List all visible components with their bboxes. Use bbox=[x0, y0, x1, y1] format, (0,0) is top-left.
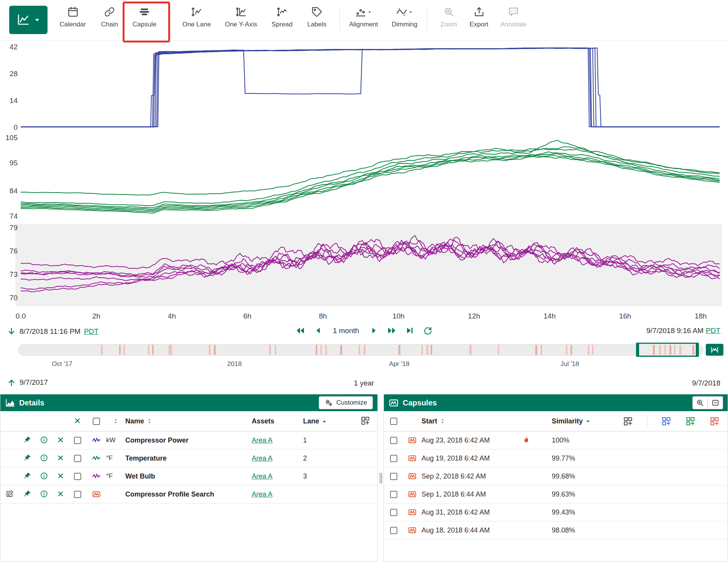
remove-button[interactable] bbox=[56, 436, 65, 445]
asset-link[interactable]: Area A bbox=[252, 490, 272, 498]
info-button[interactable] bbox=[40, 490, 48, 499]
toolbar-chain-button[interactable]: Chain bbox=[101, 6, 118, 28]
timeline-selection-window[interactable] bbox=[638, 343, 697, 357]
asset-link[interactable]: Area A bbox=[252, 436, 272, 444]
pin-button[interactable] bbox=[23, 472, 31, 481]
capsule-stripe bbox=[320, 345, 322, 355]
trend-chart[interactable]: 4228140105958474797673700.02h4h6h8h10h12… bbox=[0, 41, 728, 324]
toolbar-calendar-button[interactable]: Calendar bbox=[60, 6, 86, 28]
toolbar-dimming-button[interactable]: Dimming bbox=[392, 6, 417, 28]
svg-text:2h: 2h bbox=[92, 312, 100, 320]
capsule-stripe bbox=[123, 345, 125, 355]
capsule-checkbox[interactable] bbox=[390, 473, 397, 480]
assets-column-header[interactable]: Assets bbox=[252, 417, 298, 425]
timezone-link-end[interactable]: PDT bbox=[706, 327, 720, 335]
one-lane-icon bbox=[191, 6, 202, 18]
refresh-button[interactable] bbox=[422, 325, 433, 336]
duration-label[interactable]: 1 month bbox=[333, 327, 359, 335]
row-checkbox[interactable] bbox=[74, 491, 81, 498]
add-column-blue-icon[interactable] bbox=[661, 416, 672, 426]
edit-button[interactable] bbox=[5, 490, 14, 499]
pin-button[interactable] bbox=[23, 436, 31, 445]
capsule-row: Aug 31, 2018 6:42 AM99.43% bbox=[384, 503, 728, 521]
info-button[interactable] bbox=[40, 454, 48, 463]
toolbar-labels-button[interactable]: Labels bbox=[307, 6, 326, 28]
name-column-header[interactable]: Name bbox=[125, 417, 252, 425]
trend-chart-svg[interactable]: 4228140105958474797673700.02h4h6h8h10h12… bbox=[0, 41, 728, 324]
remove-all-button[interactable] bbox=[73, 417, 82, 426]
lane-number: 1 bbox=[303, 436, 307, 444]
remove-button[interactable] bbox=[56, 454, 65, 463]
row-checkbox[interactable] bbox=[74, 437, 81, 444]
series-temperature bbox=[21, 155, 720, 212]
capsule-checkbox[interactable] bbox=[390, 509, 397, 516]
svg-text:6h: 6h bbox=[243, 312, 251, 320]
step-to-end-button[interactable] bbox=[404, 325, 415, 336]
close-icon bbox=[56, 472, 65, 480]
step-forward-button[interactable] bbox=[368, 325, 379, 336]
pin-icon bbox=[23, 436, 31, 444]
collapse-panel-button[interactable] bbox=[708, 396, 723, 409]
sort-icon[interactable] bbox=[112, 418, 119, 425]
svg-text:10h: 10h bbox=[392, 312, 405, 320]
step-back-button[interactable] bbox=[313, 325, 324, 336]
select-all-capsules-checkbox[interactable] bbox=[390, 418, 397, 425]
capsule-checkbox[interactable] bbox=[390, 491, 397, 498]
toolbar-export-button[interactable]: Export bbox=[469, 6, 488, 28]
lane-number: 2 bbox=[303, 454, 307, 462]
add-column-green-icon[interactable] bbox=[685, 416, 696, 426]
panel-splitter[interactable] bbox=[378, 394, 384, 562]
worksheet-view-dropdown[interactable] bbox=[9, 6, 48, 34]
capsule-time-button[interactable] bbox=[706, 344, 723, 356]
info-button[interactable] bbox=[40, 472, 48, 481]
timeline-track[interactable] bbox=[18, 344, 703, 356]
capsule-stripe bbox=[269, 345, 271, 355]
capsule-checkbox[interactable] bbox=[390, 437, 397, 444]
add-column-red-icon[interactable] bbox=[710, 416, 720, 426]
add-column-button[interactable] bbox=[361, 416, 371, 427]
capsule-checkbox[interactable] bbox=[390, 455, 397, 462]
back-icon bbox=[313, 325, 324, 336]
pin-button[interactable] bbox=[23, 454, 31, 463]
add-column-icon[interactable] bbox=[623, 416, 633, 426]
calendar-icon bbox=[67, 6, 79, 18]
row-checkbox[interactable] bbox=[74, 473, 81, 480]
remove-button[interactable] bbox=[56, 490, 65, 499]
lane-column-header[interactable]: Lane bbox=[298, 417, 328, 425]
range-down-arrow-icon[interactable] bbox=[7, 327, 16, 337]
pin-button[interactable] bbox=[23, 490, 31, 499]
zoom-to-capsule-button[interactable] bbox=[692, 396, 708, 409]
toolbar-capsule-button[interactable]: Capsule bbox=[133, 6, 156, 28]
toolbar-spread-button[interactable]: Spread bbox=[272, 6, 293, 28]
capsule-start: Aug 19, 2018 6:42 AM bbox=[421, 454, 490, 462]
asset-link[interactable]: Area A bbox=[252, 454, 272, 462]
select-all-checkbox[interactable] bbox=[93, 418, 100, 425]
capsules-panel-header: Capsules bbox=[384, 394, 728, 411]
remove-button[interactable] bbox=[56, 472, 65, 481]
customize-button[interactable]: Customize bbox=[319, 396, 373, 409]
info-button[interactable] bbox=[40, 436, 48, 445]
step-back-many-button[interactable] bbox=[295, 325, 306, 336]
capsule-stripe bbox=[535, 345, 537, 355]
range-up-arrow-icon[interactable] bbox=[7, 377, 16, 387]
toolbar-one-y-axis-button[interactable]: One Y-Axis bbox=[225, 6, 257, 28]
asset-link[interactable]: Area A bbox=[252, 472, 272, 480]
capsule-checkbox[interactable] bbox=[390, 527, 397, 534]
capsules-header-row: Start Similarity bbox=[384, 411, 728, 431]
capsule-stripe bbox=[398, 345, 400, 355]
timezone-link-start[interactable]: PDT bbox=[84, 327, 98, 336]
series-compressor-power bbox=[21, 48, 720, 127]
toolbar-alignment-button[interactable]: Alignment bbox=[349, 6, 378, 28]
capsule-start: Aug 31, 2018 6:42 AM bbox=[421, 508, 490, 516]
investigate-range-duration: 1 year bbox=[354, 379, 374, 387]
svg-text:84: 84 bbox=[10, 187, 18, 195]
capsule-start: Sep 1, 2018 6:44 AM bbox=[421, 490, 486, 498]
svg-text:16h: 16h bbox=[619, 312, 631, 320]
toolbar-one-lane-button[interactable]: One Lane bbox=[182, 6, 211, 28]
capsule-similarity: 99.77% bbox=[552, 454, 575, 462]
capsule-similarity: 98.08% bbox=[552, 526, 575, 534]
row-checkbox[interactable] bbox=[74, 455, 81, 462]
start-column-header[interactable]: Start bbox=[421, 417, 522, 425]
annotate-icon bbox=[508, 6, 519, 18]
step-forward-many-button[interactable] bbox=[386, 325, 397, 336]
